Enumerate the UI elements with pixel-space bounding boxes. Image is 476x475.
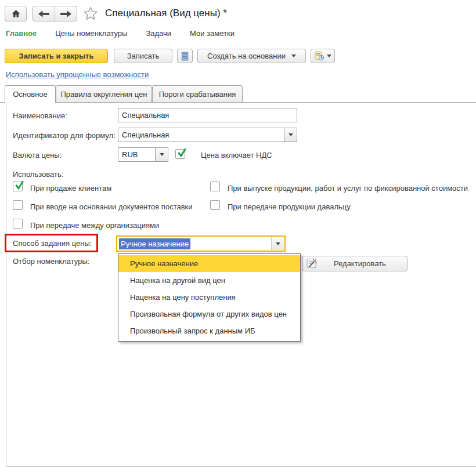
document-clock-menu-button[interactable] — [311, 49, 335, 63]
magic-wand-edit-icon — [306, 258, 318, 269]
save-and-close-button[interactable]: Записать и закрыть — [5, 49, 108, 63]
menu-item-tasks[interactable]: Задачи — [146, 29, 171, 38]
create-based-on-label: Создать на основании — [207, 52, 286, 60]
tab-strip: Основное Правила округления цен Пороги с… — [0, 85, 476, 103]
tab-rounding-rules[interactable]: Правила округления цен — [56, 85, 152, 103]
price-method-selected-value: Ручное назначение — [119, 238, 190, 249]
page-title: Специальная (Вид цены) * — [105, 8, 227, 19]
dropdown-item-manual[interactable]: Ручное назначение — [118, 255, 300, 272]
home-icon — [11, 9, 21, 18]
identifier-input[interactable]: Специальная — [118, 128, 297, 142]
identifier-value: Специальная — [122, 130, 169, 139]
price-method-label: Способ задания цены: — [13, 239, 92, 248]
price-method-label-annotation: Способ задания цены: — [5, 234, 98, 252]
arrow-left-icon — [38, 10, 49, 17]
chevron-down-icon — [327, 55, 331, 57]
chevron-down-icon — [289, 133, 293, 136]
chevron-down-icon — [291, 55, 296, 57]
edit-selection-button[interactable]: Редактировать — [302, 256, 408, 271]
save-button[interactable]: Записать — [114, 49, 172, 63]
vat-included-label: Цена включает НДС — [201, 151, 272, 159]
identifier-dropdown-button[interactable] — [284, 128, 297, 142]
tab-thresholds[interactable]: Пороги срабатывания — [152, 85, 243, 103]
document-clock-icon — [315, 51, 324, 61]
currency-input[interactable]: RUB — [118, 147, 168, 162]
back-button[interactable] — [33, 6, 55, 21]
home-button[interactable] — [5, 6, 27, 21]
price-method-dropdown-list: Ручное назначение Наценка на другой вид … — [118, 253, 301, 342]
tab-main[interactable]: Основное — [5, 85, 56, 103]
checkmark-icon — [176, 147, 187, 158]
currency-dropdown-button[interactable] — [155, 148, 168, 161]
dropdown-item-custom-query[interactable]: Произвольный запрос к данным ИБ — [118, 322, 300, 339]
dropdown-item-markup-receipt[interactable]: Наценка на цену поступления — [118, 289, 300, 306]
use-tolling-checkbox[interactable] — [210, 200, 220, 210]
checkmark-icon — [14, 180, 24, 190]
forward-button[interactable] — [55, 6, 77, 21]
vat-included-checkbox[interactable] — [175, 149, 185, 159]
menu-item-main[interactable]: Главное — [6, 29, 37, 38]
price-kind-window: Специальная (Вид цены) * Главное Цены но… — [0, 0, 476, 475]
name-label: Наименование: — [13, 111, 67, 120]
dropdown-item-markup-other-kind[interactable]: Наценка на другой вид цен — [118, 272, 300, 289]
price-method-combo[interactable]: Ручное назначение — [116, 235, 286, 252]
use-section-label: Использовать: — [13, 170, 63, 179]
use-supply-docs-checkbox[interactable] — [13, 200, 23, 210]
currency-label: Валюта цены: — [13, 151, 62, 159]
chevron-down-icon — [160, 153, 164, 156]
use-interorg-label: При передаче между организациями — [30, 221, 159, 230]
history-nav — [33, 6, 77, 21]
use-sales-checkbox[interactable] — [13, 182, 23, 191]
menu-item-item-prices[interactable]: Цены номенклатуры — [55, 29, 127, 38]
stack-icon — [181, 52, 189, 61]
use-simplified-link[interactable]: Использовать упрощенные возможности — [6, 70, 149, 79]
name-input[interactable]: Специальная — [118, 108, 297, 122]
dropdown-item-formula[interactable]: Произвольная формула от других видов цен — [118, 306, 300, 322]
create-based-on-button[interactable]: Создать на основании — [197, 49, 306, 63]
related-registers-button[interactable] — [177, 49, 193, 63]
use-production-checkbox[interactable] — [210, 182, 220, 191]
identifier-label: Идентификатор для формул: — [13, 131, 116, 140]
section-menu: Главное Цены номенклатуры Задачи Мои зам… — [6, 29, 235, 38]
menu-item-my-notes[interactable]: Мои заметки — [190, 29, 235, 38]
use-tolling-label: При передаче продукции давальцу — [228, 202, 351, 211]
use-production-label: При выпуске продукции, работ и услуг по … — [228, 184, 468, 193]
arrow-right-icon — [60, 10, 71, 17]
favorite-star-icon[interactable] — [83, 6, 98, 23]
use-sales-label: При продаже клиентам — [30, 184, 111, 193]
use-supply-docs-label: При вводе на основании документов постав… — [30, 202, 193, 211]
use-interorg-checkbox[interactable] — [13, 219, 23, 229]
chevron-down-icon — [276, 242, 280, 245]
currency-value: RUB — [122, 150, 138, 159]
edit-selection-label: Редактировать — [334, 259, 386, 268]
price-method-dropdown-button[interactable] — [271, 237, 284, 250]
selection-label: Отбор номенклатуры: — [13, 257, 89, 266]
